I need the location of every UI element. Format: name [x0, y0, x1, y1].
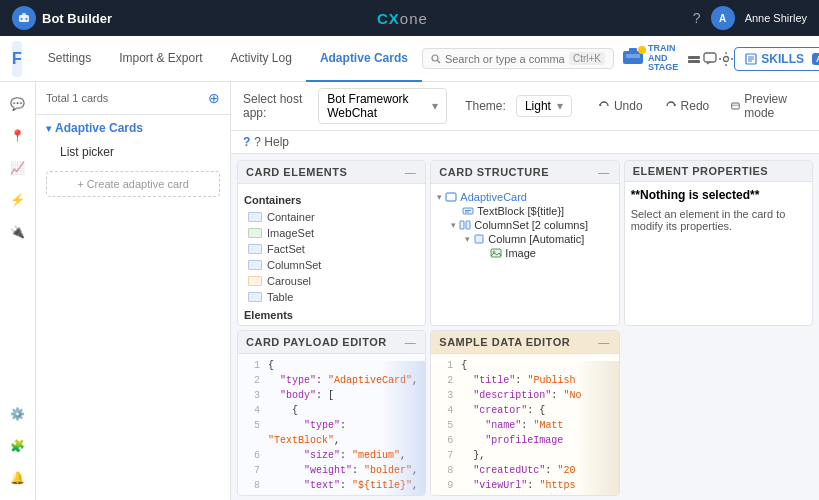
skills-icon: [745, 53, 757, 65]
svg-rect-9: [688, 56, 700, 59]
element-properties-body: **Nothing is selected** Select an elemen…: [625, 182, 812, 325]
preview-icon: [731, 100, 740, 112]
undo-button[interactable]: Undo: [592, 96, 649, 116]
adaptive-card-icon: [445, 192, 457, 202]
search-icon: [431, 54, 441, 64]
help-icon[interactable]: ?: [693, 10, 701, 26]
element-table[interactable]: Table: [244, 289, 419, 305]
left-panel: Total 1 cards ⊕ ▾ Adaptive Cards List pi…: [36, 82, 231, 500]
payload-code: 1{ 2 "type": "AdaptiveCard", 3 "body": […: [244, 358, 419, 495]
containers-section: Containers: [244, 194, 419, 206]
nav-activity-log[interactable]: Activity Log: [217, 36, 306, 82]
gear-icon[interactable]: [718, 43, 734, 75]
svg-rect-25: [475, 235, 483, 243]
payload-body[interactable]: 1{ 2 "type": "AdaptiveCard", 3 "body": […: [238, 354, 425, 495]
skills-label: SKILLS: [761, 52, 804, 66]
host-app-label: Select host app:: [243, 92, 308, 120]
sidebar-chat-icon[interactable]: 💬: [4, 90, 32, 118]
svg-rect-1: [22, 13, 26, 16]
element-columnset[interactable]: ColumnSet: [244, 257, 419, 273]
left-panel-header: Total 1 cards ⊕: [36, 82, 230, 115]
sidebar-settings-icon[interactable]: ⚙️: [4, 400, 32, 428]
top-bar-center: CXone: [122, 10, 683, 27]
train-stage-dot: [638, 46, 646, 54]
element-container[interactable]: Container: [244, 209, 419, 225]
factset-icon: [248, 244, 262, 254]
svg-point-4: [432, 55, 438, 61]
column-tree-icon: [473, 234, 485, 244]
skills-button[interactable]: SKILLS All: [734, 47, 819, 71]
element-carousel[interactable]: Carousel: [244, 273, 419, 289]
svg-rect-10: [688, 60, 700, 63]
toolbar: Select host app: Bot Framework WebChat T…: [231, 82, 819, 131]
image-tree-icon: [490, 248, 502, 258]
sample-data-body[interactable]: 1{ 2 "title": "Publish 3 "description": …: [431, 354, 618, 495]
payload-header: CARD PAYLOAD EDITOR —: [238, 331, 425, 354]
sidebar-fork-icon[interactable]: ⚡: [4, 186, 32, 214]
sidebar-chart-icon[interactable]: 📈: [4, 154, 32, 182]
nav-logo[interactable]: F: [12, 41, 22, 77]
brand-logo: CXone: [377, 10, 428, 27]
svg-rect-11: [704, 53, 716, 62]
minimize-icon[interactable]: —: [403, 165, 417, 179]
columnset-tree-icon: [459, 220, 471, 230]
sample-minimize-icon[interactable]: —: [597, 335, 611, 349]
search-shortcut: Ctrl+K: [569, 52, 605, 65]
redo-button[interactable]: Redo: [659, 96, 716, 116]
add-card-icon[interactable]: ⊕: [208, 90, 220, 106]
nav-adaptive-cards[interactable]: Adaptive Cards: [306, 36, 422, 82]
tree-adaptive-card[interactable]: ▾ AdaptiveCard: [437, 190, 612, 204]
train-stage-icon: [622, 48, 644, 69]
adaptive-cards-label: Adaptive Cards: [55, 121, 143, 135]
svg-rect-26: [491, 249, 501, 257]
train-stage-button[interactable]: TRAIN AND STAGE: [614, 44, 686, 74]
user-name: Anne Shirley: [745, 12, 807, 24]
sidebar-plug-icon[interactable]: 🔌: [4, 218, 32, 246]
element-textblock[interactable]: TextBlock: [244, 324, 419, 325]
skills-all-badge: All: [812, 53, 819, 65]
tree-columnset[interactable]: ▾ ColumnSet [2 columns]: [437, 218, 612, 232]
total-cards-label: Total 1 cards: [46, 92, 108, 104]
payload-minimize-icon[interactable]: —: [403, 335, 417, 349]
container-icon: [248, 212, 262, 222]
search-input[interactable]: [445, 53, 565, 65]
columnset-icon: [248, 260, 262, 270]
sidebar-location-icon[interactable]: 📍: [4, 122, 32, 150]
structure-minimize-icon[interactable]: —: [597, 165, 611, 179]
imageset-icon: [248, 228, 262, 238]
train-label: TRAIN AND: [648, 44, 678, 64]
nav-settings[interactable]: Settings: [34, 36, 105, 82]
top-bar-right: ? A Anne Shirley: [693, 6, 807, 30]
sample-data-header: SAMPLE DATA EDITOR —: [431, 331, 618, 354]
exchange-icon[interactable]: [686, 43, 702, 75]
element-factset[interactable]: FactSet: [244, 241, 419, 257]
search-box[interactable]: Ctrl+K: [422, 48, 614, 69]
tree-parent-adaptive[interactable]: ▾ Adaptive Cards: [36, 115, 230, 141]
theme-label: Theme:: [465, 99, 506, 113]
element-imageset[interactable]: ImageSet: [244, 225, 419, 241]
sidebar-bell-icon[interactable]: 🔔: [4, 464, 32, 492]
tree-textblock[interactable]: TextBlock [${title}]: [437, 204, 612, 218]
theme-select[interactable]: Light: [516, 95, 572, 117]
avatar[interactable]: A: [711, 6, 735, 30]
preview-mode-button[interactable]: Preview mode: [725, 89, 807, 123]
sidebar-puzzle-icon[interactable]: 🧩: [4, 432, 32, 460]
svg-rect-23: [460, 221, 464, 229]
elements-section: Elements: [244, 309, 419, 321]
expand-icon: ▾: [46, 123, 51, 134]
nav-import-export[interactable]: Import & Export: [105, 36, 216, 82]
undo-icon: [598, 100, 610, 112]
element-properties-title: ELEMENT PROPERTIES: [633, 165, 769, 177]
host-app-select[interactable]: Bot Framework WebChat: [318, 88, 447, 124]
tree-column[interactable]: ▾ Column [Automatic]: [437, 232, 612, 246]
card-structure-title: CARD STRUCTURE: [439, 166, 549, 178]
redo-icon: [665, 100, 677, 112]
app-title: Bot Builder: [42, 11, 112, 26]
list-picker-item[interactable]: List picker: [36, 141, 230, 163]
top-bar: Bot Builder CXone ? A Anne Shirley: [0, 0, 819, 36]
create-adaptive-card-button[interactable]: + Create adaptive card: [46, 171, 220, 197]
payload-title: CARD PAYLOAD EDITOR: [246, 336, 387, 348]
stage-label: STAGE: [648, 63, 678, 73]
tree-image[interactable]: Image: [437, 246, 612, 260]
chat-bubble-icon[interactable]: [702, 43, 718, 75]
